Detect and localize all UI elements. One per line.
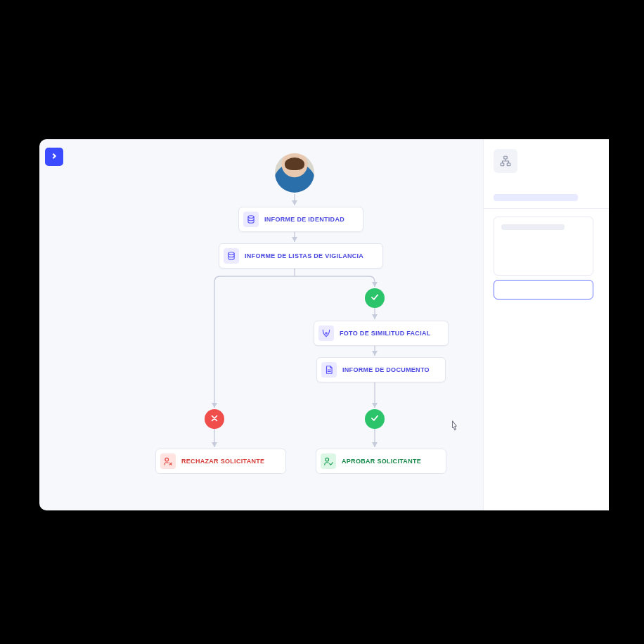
status-fail <box>205 409 224 429</box>
facial-similarity-icon <box>318 326 334 341</box>
svg-rect-6 <box>501 163 504 166</box>
node-watchlist-report[interactable]: INFORME DE LISTAS DE VIGILANCIA <box>219 243 383 269</box>
identity-report-icon <box>243 212 259 227</box>
node-document-report[interactable]: INFORME DE DOCUMENTO <box>316 357 446 382</box>
workflow-canvas[interactable]: INFORME DE IDENTIDAD INFORME DE LISTAS D… <box>39 139 484 510</box>
status-pass <box>365 409 385 429</box>
sitemap-icon[interactable] <box>494 149 517 173</box>
node-label: INFORME DE IDENTIDAD <box>264 216 344 223</box>
expand-sidebar-button[interactable] <box>45 148 63 166</box>
divider <box>484 208 609 209</box>
svg-point-2 <box>326 333 327 334</box>
node-label: FOTO DE SIMILITUD FACIAL <box>340 330 431 337</box>
node-label: INFORME DE LISTAS DE VIGILANCIA <box>245 252 363 259</box>
properties-panel <box>494 217 593 276</box>
terminal-reject[interactable]: RECHAZAR SOLICITANTE <box>155 449 286 474</box>
document-report-icon <box>321 362 337 378</box>
terminal-approve[interactable]: APROBAR SOLICITANTE <box>316 449 446 474</box>
terminal-label: RECHAZAR SOLICITANTE <box>181 458 264 465</box>
svg-point-1 <box>228 252 234 255</box>
skeleton-line <box>494 194 578 201</box>
app-window: INFORME DE IDENTIDAD INFORME DE LISTAS D… <box>39 139 609 510</box>
approve-user-icon <box>321 453 336 469</box>
svg-point-0 <box>248 216 254 219</box>
terminal-label: APROBAR SOLICITANTE <box>342 458 421 465</box>
skeleton-line <box>501 224 565 230</box>
status-pass <box>365 288 385 308</box>
svg-rect-5 <box>504 156 508 159</box>
chevron-right-icon <box>51 153 58 161</box>
check-icon <box>370 413 380 425</box>
reject-user-icon <box>160 453 176 469</box>
node-label: INFORME DE DOCUMENTO <box>342 366 430 373</box>
properties-sidebar <box>483 139 609 510</box>
x-icon <box>210 413 219 425</box>
cursor-pointer-icon <box>449 419 460 433</box>
svg-point-3 <box>165 458 169 461</box>
node-facial-similarity[interactable]: FOTO DE SIMILITUD FACIAL <box>314 321 449 346</box>
svg-rect-7 <box>507 163 510 166</box>
node-identity-report[interactable]: INFORME DE IDENTIDAD <box>238 207 363 232</box>
check-icon <box>370 292 380 304</box>
watchlist-report-icon <box>224 248 239 264</box>
selected-input[interactable] <box>494 280 593 300</box>
svg-point-4 <box>326 458 329 461</box>
applicant-avatar <box>275 153 314 193</box>
